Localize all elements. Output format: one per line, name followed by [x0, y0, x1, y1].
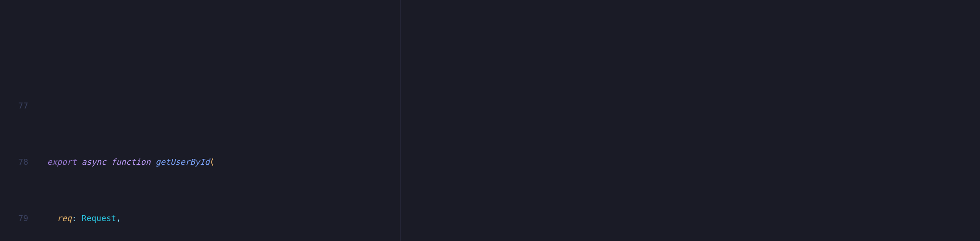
code-line[interactable]: 78 export async function getUserById(: [0, 155, 980, 169]
code-line[interactable]: 79 req: Request,: [0, 211, 980, 225]
line-number: 79: [13, 211, 29, 225]
param-req: req: [57, 213, 72, 223]
column-ruler: [400, 0, 401, 241]
kw-export: export: [47, 157, 77, 167]
type-request: Request: [82, 213, 116, 223]
kw-async: async: [82, 157, 106, 167]
line-number: 77: [13, 98, 29, 113]
kw-function: function: [111, 157, 151, 167]
code-content: req: Request,: [37, 211, 121, 225]
fn-name: getUserById: [155, 157, 210, 167]
code-line[interactable]: 77: [0, 98, 980, 113]
code-content: export async function getUserById(: [37, 155, 215, 169]
line-number: 78: [13, 155, 29, 169]
